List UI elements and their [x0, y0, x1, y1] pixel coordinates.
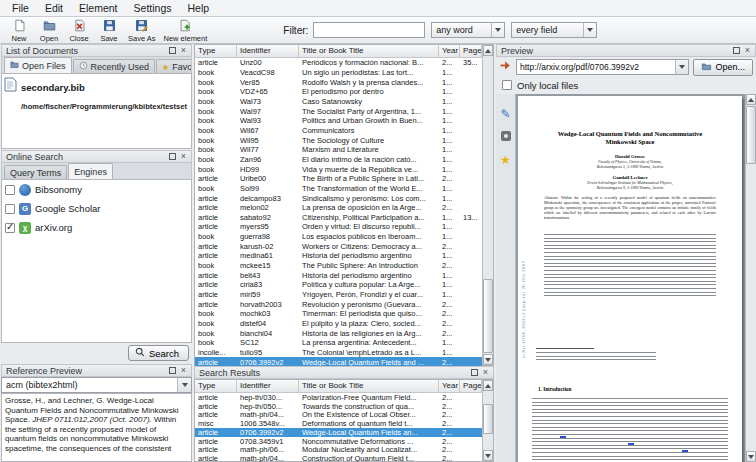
scroll-down-icon[interactable] — [483, 354, 493, 365]
bookmark-star-icon[interactable] — [500, 150, 511, 168]
checkbox-checked[interactable] — [5, 223, 15, 233]
tab-engines[interactable]: Engines — [68, 163, 113, 179]
table-row[interactable]: article sabato92 Citizenship, Political … — [195, 213, 482, 223]
column-year[interactable]: Year — [439, 45, 460, 57]
table-row[interactable]: book Wil77 Marxism and Literature 1... — [195, 145, 482, 155]
table-row[interactable]: article karush-02 Workers or Citizens: D… — [195, 241, 482, 251]
table-row[interactable]: article hep-th/030... Polarization-Free … — [195, 393, 482, 402]
close-panel-icon[interactable] — [178, 365, 189, 376]
citation-style-combobox[interactable]: acm (bibtex2html) — [1, 377, 192, 393]
menu-help[interactable]: Help — [180, 1, 218, 15]
column-type[interactable]: Type — [195, 45, 237, 57]
float-panel-icon[interactable] — [167, 151, 178, 162]
citation-link[interactable] — [560, 436, 566, 438]
column-identifier[interactable]: Identifier — [237, 380, 299, 392]
table-row[interactable]: article Unz00 Periódicos y formación nac… — [195, 58, 482, 68]
table-row[interactable]: article horvath2003 Revolución y peronis… — [195, 299, 482, 309]
tab-query-terms[interactable]: Query Terms — [4, 165, 67, 179]
table-row[interactable]: book bianchi04 Historia de las religione… — [195, 328, 482, 338]
table-row[interactable]: article miri59 Yrigoyen, Perón, Frondizi… — [195, 290, 482, 300]
vertical-scrollbar[interactable] — [482, 380, 493, 461]
scrollbar-thumb[interactable] — [483, 404, 493, 434]
column-type[interactable]: Type — [195, 380, 237, 392]
engine-row-arxiv[interactable]: arXiv.org — [2, 218, 191, 237]
close-panel-icon[interactable] — [480, 367, 491, 378]
engine-row-bibsonomy[interactable]: Bibsonomy — [2, 180, 191, 199]
column-title[interactable]: Title or Book Title — [299, 380, 439, 392]
table-row[interactable]: book Wil95 The Sociology of Culture 1... — [195, 135, 482, 145]
citation-link[interactable] — [682, 450, 688, 452]
table-row[interactable]: article melon02 La prensa de oposición e… — [195, 203, 482, 213]
table-row[interactable]: misc 1006.3548v... Deformations of quant… — [195, 419, 482, 428]
menu-file[interactable]: File — [4, 1, 37, 15]
new-button[interactable]: New — [4, 17, 34, 43]
file-item-secondary-bib[interactable]: secondary.bib /home/fischer/Programmieru… — [2, 74, 191, 116]
pen-icon[interactable] — [500, 104, 510, 122]
checkbox[interactable] — [5, 185, 15, 195]
close-panel-icon[interactable] — [178, 151, 189, 162]
table-row[interactable]: article Uribe00 The Birth of a Public Sp… — [195, 174, 482, 184]
close-button[interactable]: Close — [64, 17, 94, 43]
menu-settings[interactable]: Settings — [126, 1, 180, 15]
scroll-up-icon[interactable] — [746, 94, 756, 105]
vertical-scrollbar[interactable] — [482, 45, 493, 365]
tab-favorites[interactable]: Favorites — [156, 59, 192, 73]
menu-element[interactable]: Element — [71, 1, 126, 15]
table-row[interactable]: book Wil67 Communicators 1... — [195, 126, 482, 136]
float-panel-icon[interactable] — [469, 367, 480, 378]
table-row[interactable]: book mckee15 The Public Sphere: An Intro… — [195, 261, 482, 271]
search-button[interactable]: Search — [128, 345, 189, 361]
open-external-button[interactable]: Open... — [693, 59, 753, 76]
table-row[interactable]: article math-ph/06... Modular Nuclearity… — [195, 446, 482, 455]
table-row[interactable]: book Wal97 The Socialist Party of Argent… — [195, 106, 482, 116]
table-row[interactable]: book Wal93 Politics and Urban Growth in … — [195, 116, 482, 126]
table-row[interactable]: article math-ph/04... Construction of Qu… — [195, 454, 482, 462]
table-row[interactable]: article math-ph/04... On the Existence o… — [195, 411, 482, 420]
column-page[interactable]: Page — [460, 45, 482, 57]
table-row[interactable]: book Zan96 El diario íntimo de la nación… — [195, 155, 482, 165]
only-local-files-checkbox[interactable] — [502, 80, 512, 90]
table-row[interactable]: article 0708.3459v1 Noncommutative Defor… — [195, 437, 482, 446]
close-panel-icon[interactable] — [742, 45, 753, 56]
table-row[interactable]: article medina61 Historia del periodismo… — [195, 251, 482, 261]
table-row[interactable]: article delcampo83 Sindicalismo y peroni… — [195, 193, 482, 203]
table-row[interactable]: book mochk03 Timerman: El periodista que… — [195, 309, 482, 319]
url-combobox[interactable]: http://arxiv.org/pdf/0706.3992v2 — [516, 59, 689, 75]
table-row[interactable]: article hep-th/050... Towards the constr… — [195, 402, 482, 411]
table-row[interactable]: book Wal73 Caso Satanowsky 1... — [195, 97, 482, 107]
column-year[interactable]: Year — [439, 380, 460, 392]
column-title[interactable]: Title or Book Title — [299, 45, 439, 57]
table-row[interactable]: book HD99 Vida y muerte de la República … — [195, 164, 482, 174]
column-identifier[interactable]: Identifier — [237, 45, 299, 57]
table-row[interactable]: book Sol99 The Transformation of the Wor… — [195, 184, 482, 194]
tab-open-files[interactable]: Open Files — [4, 57, 72, 73]
filter-input[interactable] — [313, 22, 425, 38]
scroll-down-icon[interactable] — [746, 451, 756, 462]
scrollbar-thumb[interactable] — [483, 279, 493, 353]
menu-edit[interactable]: Edit — [37, 1, 71, 15]
scroll-up-icon[interactable] — [483, 45, 493, 56]
table-row[interactable]: article belt43 Historia del periodismo a… — [195, 270, 482, 280]
table-row[interactable]: article myers95 Orden y virtud: El discu… — [195, 222, 482, 232]
go-icon[interactable] — [499, 58, 512, 76]
table-row[interactable]: article 0706.3992v2 Wedge-Local Quantum … — [195, 428, 482, 437]
table-row[interactable]: book SC12 La prensa argentina: Anteceden… — [195, 338, 482, 348]
vertical-scrollbar[interactable] — [745, 94, 756, 462]
citation-link[interactable] — [628, 443, 634, 445]
column-page[interactable]: Page — [460, 380, 482, 392]
tab-recently-used[interactable]: Recently Used — [73, 59, 156, 73]
table-row[interactable]: book VDZ+65 El periodismo por dentro 1..… — [195, 87, 482, 97]
stamp-icon[interactable] — [501, 131, 511, 141]
scroll-down-icon[interactable] — [483, 450, 493, 461]
word-mode-combobox[interactable]: any word — [431, 22, 505, 38]
save-button[interactable]: Save — [94, 17, 124, 43]
scroll-up-icon[interactable] — [483, 380, 493, 391]
table-row[interactable]: book VeacdC98 Un siglo un periodistas: L… — [195, 68, 482, 78]
new-element-button[interactable]: New element — [160, 17, 212, 43]
open-button[interactable]: Open — [34, 17, 64, 43]
checkbox[interactable] — [5, 204, 15, 214]
save-as-button[interactable]: Save As — [124, 17, 160, 43]
float-panel-icon[interactable] — [167, 365, 178, 376]
float-panel-icon[interactable] — [167, 45, 178, 56]
scrollbar-thumb[interactable] — [746, 106, 756, 164]
